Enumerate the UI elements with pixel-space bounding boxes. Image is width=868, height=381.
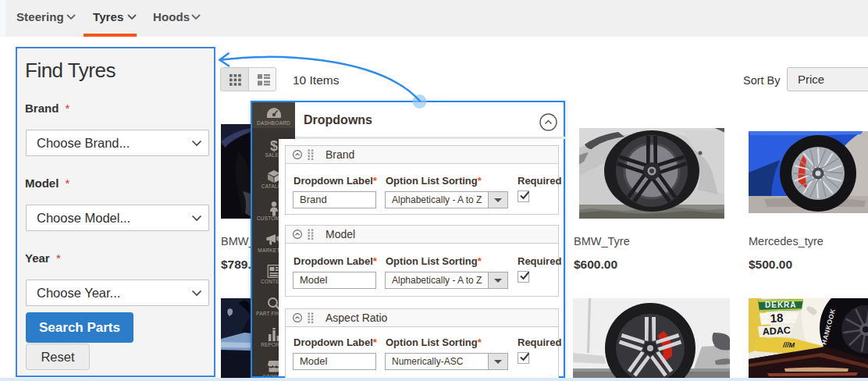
svg-text:DEKRA: DEKRA: [765, 301, 797, 309]
svg-text:///M: ///M: [782, 341, 795, 349]
svg-text:ADAC: ADAC: [762, 325, 791, 337]
svg-text:$: $: [269, 138, 277, 154]
svg-text:18: 18: [770, 311, 784, 325]
